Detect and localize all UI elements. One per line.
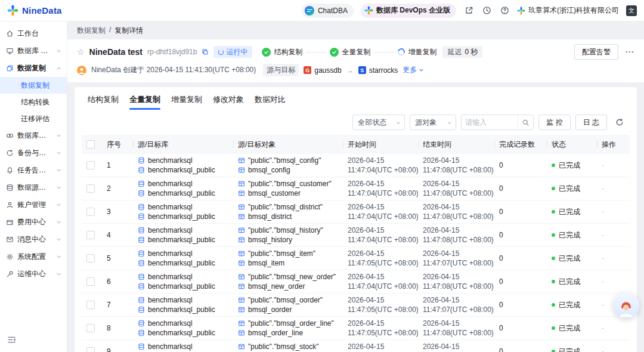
more-link[interactable]: 更多	[402, 65, 424, 75]
tab-item[interactable]: 增量复制	[171, 87, 202, 112]
favorite-star-icon[interactable]: ☆	[77, 47, 85, 57]
cell-text: "public"."bmsql_new_order"	[248, 272, 336, 282]
object-filter-select[interactable]: 源对象	[410, 115, 456, 130]
column-header-end[interactable]: 结束时间	[418, 135, 494, 154]
row-action[interactable]: -	[597, 177, 630, 200]
row-checkbox[interactable]	[86, 254, 95, 263]
creator-text: NineData 创建于 2026-04-15 11:41:30(UTC +08…	[91, 65, 256, 75]
support-widget[interactable]	[613, 292, 639, 319]
row-checkbox-cell	[82, 270, 102, 294]
column-header-db[interactable]: 源/目标库	[133, 135, 233, 154]
search-input[interactable]	[462, 118, 518, 126]
translate-icon[interactable]: 文	[626, 5, 637, 16]
tab-item[interactable]: 修改对象	[213, 87, 244, 112]
sidebar-item-label: 工作台	[17, 29, 61, 39]
row-checkbox[interactable]	[86, 208, 95, 216]
table-icon	[238, 283, 245, 290]
sidebar-item[interactable]: 数据复制	[0, 60, 67, 77]
chevron-down-icon	[419, 67, 424, 73]
row-checkbox-cell	[82, 294, 102, 317]
status-cell: 已完成	[547, 177, 597, 200]
column-header-records[interactable]: 完成记录数	[494, 135, 547, 154]
chatdba-button[interactable]: ChatDBA	[302, 4, 354, 18]
status-text: 已完成	[559, 347, 580, 352]
sidebar-item[interactable]: 备份与恢复	[0, 144, 67, 162]
column-header-start[interactable]: 开始时间	[343, 135, 418, 154]
sidebar-item[interactable]: 数据复制	[0, 77, 67, 94]
records-count: 0	[494, 294, 547, 317]
table-icon	[238, 190, 245, 197]
step-label: 全量复制	[342, 47, 370, 57]
column-header-object[interactable]: 源/目标对象	[233, 135, 343, 154]
row-action[interactable]: -	[597, 247, 630, 270]
refresh-icon[interactable]	[612, 115, 627, 130]
help-icon[interactable]	[499, 5, 510, 16]
task-step: 全量复制	[330, 47, 370, 57]
step-connector	[374, 52, 394, 53]
external-link-icon[interactable]	[463, 5, 474, 16]
row-checkbox[interactable]	[86, 161, 95, 169]
status-badge-label: 运行中	[226, 47, 247, 57]
select-all-checkbox[interactable]	[86, 140, 95, 149]
sidebar-item[interactable]: 账户管理	[0, 196, 67, 214]
log-button[interactable]: 日 志	[575, 115, 607, 130]
row-action[interactable]: -	[597, 270, 630, 294]
sidebar-item-label: 数据复制	[21, 81, 61, 91]
sidebar-item[interactable]: 工作台	[0, 25, 67, 42]
company-menu[interactable]: 玖章算术(浙江)科技有限公司	[517, 5, 619, 16]
message-icon	[5, 236, 14, 244]
row-checkbox[interactable]	[86, 277, 95, 286]
target-datasource[interactable]: S starrocks	[358, 66, 398, 75]
source-name: gaussdb	[314, 66, 341, 75]
object-cell: "public"."bmsql_new_order"bmsql_new_orde…	[233, 270, 343, 294]
sidebar-item[interactable]: 数据库 DevOps	[0, 42, 67, 60]
sidebar-item[interactable]: 系统配置	[0, 248, 67, 265]
step-done-icon	[330, 48, 339, 57]
row-checkbox[interactable]	[86, 324, 95, 332]
row-action[interactable]: -	[597, 317, 630, 340]
company-name: 玖章算术(浙江)科技有限公司	[528, 5, 619, 16]
sidebar-item[interactable]: 结构转换	[0, 94, 67, 110]
table-row: 9benchmarksqlbenchmarksql_public"public"…	[82, 340, 630, 352]
sidebar-item[interactable]: 数据库对比	[0, 127, 67, 144]
sidebar-item[interactable]: 消息中心	[0, 231, 67, 248]
tab-item[interactable]: 数据对比	[255, 87, 286, 112]
row-checkbox[interactable]	[86, 347, 95, 352]
status-dot	[552, 326, 555, 330]
source-datasource[interactable]: G gaussdb	[304, 66, 341, 75]
breadcrumb-parent[interactable]: 数据复制	[77, 26, 106, 36]
chatdba-icon	[304, 5, 315, 16]
row-number: 6	[102, 270, 133, 294]
search-icon[interactable]	[518, 115, 533, 129]
sidebar-collapse-icon[interactable]	[7, 335, 16, 346]
copy-icon[interactable]	[202, 48, 209, 55]
row-checkbox[interactable]	[86, 231, 95, 239]
monitor-button[interactable]: 监 控	[538, 115, 570, 130]
sidebar-item[interactable]: 迁移评估	[0, 110, 67, 127]
row-action[interactable]: -	[597, 224, 630, 247]
tab-item[interactable]: 全量复制	[129, 87, 160, 112]
row-action[interactable]: -	[597, 340, 630, 352]
configure-alert-button[interactable]: 配置告警	[574, 44, 618, 60]
row-action[interactable]: -	[597, 154, 630, 177]
column-header-action[interactable]: 操作	[597, 135, 630, 154]
row-checkbox[interactable]	[86, 184, 95, 193]
status-filter-select[interactable]: 全部状态	[352, 115, 405, 130]
cell-text: benchmarksql	[148, 249, 193, 258]
sidebar-item[interactable]: 运维中心	[0, 265, 67, 283]
monitor-icon	[5, 47, 14, 55]
table-icon	[238, 273, 245, 280]
history-icon[interactable]	[481, 5, 492, 16]
more-actions-button[interactable]: ···	[626, 48, 634, 56]
sidebar-item[interactable]: 数据源管理	[0, 179, 67, 196]
workspace-badge[interactable]: 数据库 DevOps 企业版	[361, 4, 456, 18]
row-action[interactable]: -	[597, 200, 630, 224]
column-header-no[interactable]: 序号	[102, 135, 133, 154]
column-header-status[interactable]: 状态	[547, 135, 597, 154]
sidebar-item[interactable]: 费用中心	[0, 214, 67, 231]
app-logo[interactable]: NineData	[7, 5, 62, 16]
row-checkbox[interactable]	[86, 301, 95, 309]
cell-text: benchmarksql	[148, 179, 193, 189]
tab-item[interactable]: 结构复制	[88, 87, 119, 112]
sidebar-item[interactable]: 任务告警管理	[0, 162, 67, 179]
